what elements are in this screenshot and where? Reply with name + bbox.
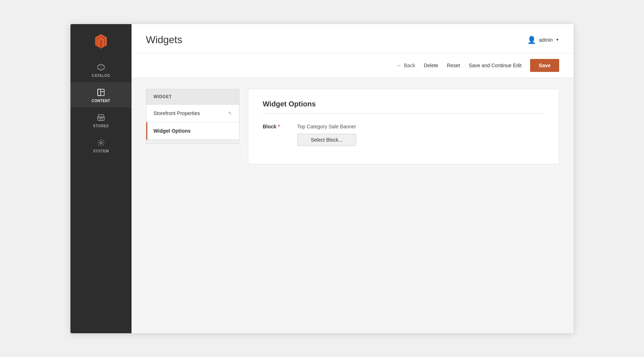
tab-widget-options[interactable]: Widget Options [146, 122, 239, 140]
main-content: Widgets 👤 admin ▼ ← Back Delete Reset Sa… [132, 24, 574, 333]
block-value: Top Category Sale Banner [297, 122, 356, 129]
delete-label: Delete [424, 63, 438, 68]
sidebar-item-stores-label: STORES [93, 124, 109, 128]
block-field-row: Block * Top Category Sale Banner Select … [263, 122, 544, 146]
svg-rect-5 [98, 89, 101, 96]
save-continue-button[interactable]: Save and Continue Edit [469, 63, 521, 68]
user-name: admin [539, 37, 553, 43]
back-button[interactable]: ← Back [397, 63, 415, 68]
back-arrow-icon: ← [397, 63, 402, 68]
panel-header: WIDGET [146, 89, 239, 104]
user-icon: 👤 [527, 36, 536, 44]
tab-widget-options-label: Widget Options [153, 128, 190, 134]
svg-point-9 [100, 142, 102, 144]
reset-button[interactable]: Reset [447, 63, 460, 68]
sidebar-item-catalog-label: CATALOG [92, 74, 110, 78]
dropdown-arrow-icon: ▼ [556, 38, 559, 42]
sidebar: CATALOG CONTENT [70, 24, 132, 333]
layout-icon [97, 88, 105, 97]
gear-icon [97, 138, 105, 147]
svg-marker-3 [100, 39, 102, 48]
block-field-group: Top Category Sale Banner Select Block... [297, 122, 356, 146]
delete-button[interactable]: Delete [424, 63, 438, 68]
select-block-button[interactable]: Select Block... [297, 134, 356, 146]
required-star: * [278, 124, 280, 129]
panel-footer [146, 140, 239, 144]
sidebar-item-content-label: CONTENT [92, 99, 110, 103]
store-icon [97, 113, 105, 122]
edit-icon: ✎ [228, 111, 232, 116]
logo [70, 24, 132, 57]
sidebar-item-stores[interactable]: STORES [70, 107, 132, 133]
page-title: Widgets [146, 34, 182, 46]
page-header: Widgets 👤 admin ▼ [132, 24, 574, 53]
sidebar-item-catalog[interactable]: CATALOG [70, 57, 132, 82]
user-menu[interactable]: 👤 admin ▼ [527, 36, 559, 44]
cube-icon [97, 63, 105, 72]
right-panel: Widget Options Block * Top Category Sale… [248, 89, 559, 164]
widget-options-title: Widget Options [263, 100, 544, 114]
magento-logo-icon [92, 33, 110, 50]
tab-storefront-label: Storefront Properties [153, 110, 200, 116]
svg-rect-4 [98, 89, 104, 96]
content-area: WIDGET Storefront Properties ✎ Widget Op… [132, 78, 574, 175]
action-bar: ← Back Delete Reset Save and Continue Ed… [132, 53, 574, 78]
svg-rect-7 [98, 117, 104, 120]
back-label: Back [404, 63, 415, 68]
tab-storefront-properties[interactable]: Storefront Properties ✎ [146, 105, 239, 122]
panel-tabs: Storefront Properties ✎ Widget Options [146, 104, 239, 140]
left-panel: WIDGET Storefront Properties ✎ Widget Op… [146, 89, 239, 164]
sidebar-item-system-label: SYSTEM [93, 149, 109, 153]
save-button[interactable]: Save [530, 59, 559, 72]
save-continue-label: Save and Continue Edit [469, 63, 521, 68]
sidebar-item-system[interactable]: SYSTEM [70, 133, 132, 158]
block-label-text: Block [263, 124, 276, 129]
svg-rect-8 [100, 118, 102, 120]
reset-label: Reset [447, 63, 460, 68]
block-label: Block * [263, 122, 291, 129]
sidebar-nav: CATALOG CONTENT [70, 57, 132, 158]
sidebar-item-content[interactable]: CONTENT [70, 82, 132, 107]
